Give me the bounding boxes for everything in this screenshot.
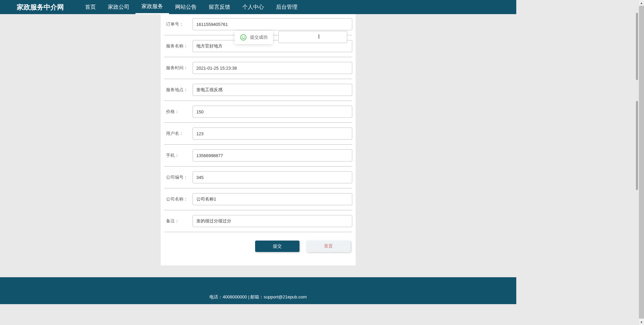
field-row-service-time: 服务时间： xyxy=(164,57,352,79)
input-order-id[interactable] xyxy=(193,18,352,30)
svg-point-2 xyxy=(244,36,245,37)
label-phone: 手机： xyxy=(164,152,193,158)
input-company-id[interactable] xyxy=(193,171,352,183)
nav-home[interactable]: 首页 xyxy=(79,0,102,14)
toast-message: 提交成功 xyxy=(250,34,268,40)
scroll-track[interactable] xyxy=(639,6,644,319)
label-service-name: 服务名称： xyxy=(164,43,193,49)
input-phone[interactable] xyxy=(193,149,352,161)
site-title: 家政服务中介网 xyxy=(17,3,64,12)
svg-point-1 xyxy=(242,36,243,37)
field-row-username: 用户名： xyxy=(164,123,352,145)
svg-point-0 xyxy=(241,35,246,40)
field-row-service-location: 服务地点： xyxy=(164,79,352,101)
footer-contact-text: 电话：4008000000 | 邮箱：support@21epub.com xyxy=(209,294,307,300)
label-username: 用户名： xyxy=(164,131,193,137)
scroll-thumb[interactable] xyxy=(639,6,644,319)
field-row-phone: 手机： xyxy=(164,145,352,167)
label-service-time: 服务时间： xyxy=(164,65,193,71)
input-remark[interactable] xyxy=(193,215,352,227)
inner-scrollbar[interactable] xyxy=(636,0,638,325)
submit-button[interactable]: 提交 xyxy=(255,241,299,252)
nav-service[interactable]: 家政服务 xyxy=(135,0,169,14)
label-remark: 备注： xyxy=(164,218,193,224)
field-row-price: 价格： xyxy=(164,101,352,123)
overlay-empty-input[interactable] xyxy=(278,31,347,43)
text-cursor-icon: I xyxy=(318,34,318,40)
browser-scrollbar[interactable]: ▲ ▼ xyxy=(638,0,644,325)
nav-profile[interactable]: 个人中心 xyxy=(236,0,270,14)
label-service-location: 服务地点： xyxy=(164,87,193,93)
label-company-id: 公司编号： xyxy=(164,174,193,180)
success-toast: 提交成功 xyxy=(235,31,273,44)
inner-scroll-thumb-top[interactable] xyxy=(636,13,638,80)
nav-admin[interactable]: 后台管理 xyxy=(270,0,304,14)
field-row-company-id: 公司编号： xyxy=(164,167,352,188)
input-service-location[interactable] xyxy=(193,84,352,96)
nav-company[interactable]: 家政公司 xyxy=(102,0,135,14)
scroll-down-arrow-icon[interactable]: ▼ xyxy=(639,319,644,325)
input-service-time[interactable] xyxy=(193,62,352,74)
inner-scroll-thumb-bottom[interactable] xyxy=(636,101,638,190)
input-company-name[interactable] xyxy=(193,193,352,205)
smile-icon xyxy=(240,34,247,41)
label-price: 价格： xyxy=(164,109,193,115)
input-username[interactable] xyxy=(193,128,352,140)
reset-button[interactable]: 重置 xyxy=(306,241,351,252)
scroll-up-arrow-icon[interactable]: ▲ xyxy=(639,0,644,6)
field-row-company-name: 公司名称： xyxy=(164,188,352,210)
nav-feedback[interactable]: 留言反馈 xyxy=(203,0,236,14)
page-footer: 电话：4008000000 | 邮箱：support@21epub.com xyxy=(0,277,516,304)
input-price[interactable] xyxy=(193,106,352,118)
top-nav-bar: 家政服务中介网 首页 家政公司 家政服务 网站公告 留言反馈 个人中心 后台管理 xyxy=(0,0,516,14)
nav-announcement[interactable]: 网站公告 xyxy=(169,0,203,14)
form-buttons-row: 提交 重置 xyxy=(164,232,352,252)
label-company-name: 公司名称： xyxy=(164,196,193,202)
main-nav: 首页 家政公司 家政服务 网站公告 留言反馈 个人中心 后台管理 xyxy=(79,0,304,14)
order-form-card: 订单号： 服务名称： 服务时间： 服务地点： 价格： 用户名： xyxy=(161,10,356,265)
label-order-id: 订单号： xyxy=(164,21,193,27)
field-row-remark: 备注： xyxy=(164,210,352,232)
